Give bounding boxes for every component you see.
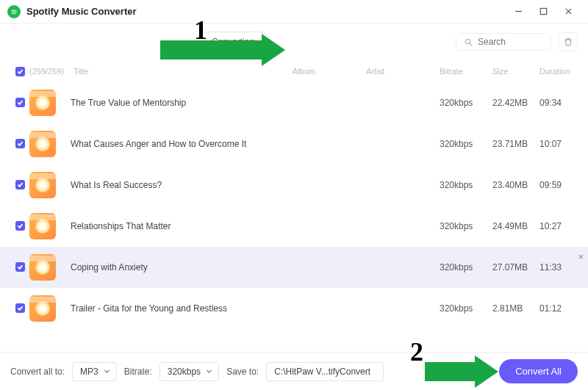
track-title: What Is Real Success? (71, 180, 440, 190)
save-path-box[interactable]: C:\HitPaw V...tifyConvert (266, 362, 384, 381)
row-checkbox[interactable] (15, 98, 25, 107)
toolbar: Converting (0, 24, 588, 60)
tab-group: Converting (196, 32, 270, 52)
table-row[interactable]: The True Value of Mentorship320kbps22.42… (0, 82, 588, 123)
row-checkbox[interactable] (15, 139, 25, 148)
album-art (29, 254, 56, 281)
format-value: MP3 (80, 366, 98, 377)
col-title: Title (74, 67, 293, 76)
track-duration: 10:27 (539, 221, 578, 231)
remove-row-button[interactable]: × (578, 251, 584, 262)
track-duration: 09:34 (539, 98, 578, 108)
album-art (29, 90, 56, 116)
row-checkbox[interactable] (15, 262, 25, 272)
album-art (29, 172, 56, 198)
maximize-button[interactable] (531, 3, 556, 21)
album-art (29, 295, 56, 322)
track-size: 23.71MB (492, 139, 539, 149)
search-box[interactable] (456, 33, 551, 51)
track-size: 22.42MB (492, 98, 539, 108)
track-size: 24.49MB (492, 221, 539, 231)
spotify-logo-icon (7, 5, 21, 18)
track-duration: 11:33 (539, 262, 578, 272)
row-checkbox[interactable] (15, 180, 25, 189)
delete-button[interactable] (559, 32, 578, 51)
titlebar: Spotify Music Converter (0, 0, 588, 24)
search-icon (464, 37, 473, 47)
track-bitrate: 320kbps (440, 303, 492, 314)
tab-converting[interactable]: Converting (196, 32, 270, 52)
col-size: Size (492, 67, 539, 76)
album-art (29, 213, 56, 239)
track-title: Coping with Anxiety (71, 262, 440, 272)
track-title: The True Value of Mentorship (71, 98, 440, 108)
table-row[interactable]: Coping with Anxiety320kbps27.07MB11:33× (0, 247, 588, 288)
svg-rect-1 (540, 8, 546, 14)
table-row[interactable]: What Causes Anger and How to Overcome It… (0, 123, 588, 165)
close-button[interactable] (556, 3, 581, 21)
track-title: What Causes Anger and How to Overcome It (71, 139, 440, 149)
col-album: Album (293, 67, 366, 76)
track-bitrate: 320kbps (440, 98, 492, 108)
save-to-label: Save to: (226, 366, 259, 377)
row-checkbox[interactable] (15, 303, 25, 313)
select-all-checkbox[interactable] (15, 67, 25, 76)
table-row[interactable]: Relationships That Matter320kbps24.49MB1… (0, 206, 588, 247)
track-bitrate: 320kbps (440, 221, 492, 231)
bitrate-value: 320kbps (168, 366, 201, 377)
app-title: Spotify Music Converter (26, 6, 506, 17)
col-artist: Artist (366, 67, 440, 76)
col-duration: Duration (539, 67, 578, 76)
track-list: The True Value of Mentorship320kbps22.42… (0, 82, 588, 341)
convert-all-to-label: Convert all to: (10, 366, 65, 377)
minimize-button[interactable] (506, 3, 531, 21)
trash-icon (563, 37, 573, 47)
convert-all-button[interactable]: Convert All (499, 359, 578, 383)
track-size: 23.40MB (492, 180, 539, 190)
track-size: 27.07MB (492, 262, 539, 272)
track-title: Relationships That Matter (71, 221, 440, 231)
table-row[interactable]: Trailer - Gita for the Young and Restles… (0, 288, 588, 329)
svg-point-4 (465, 39, 470, 44)
track-bitrate: 320kbps (440, 262, 492, 272)
search-input[interactable] (478, 37, 543, 47)
table-row[interactable]: What Is Real Success?320kbps23.40MB09:59 (0, 165, 588, 206)
svg-line-5 (470, 43, 472, 46)
track-size: 2.81MB (492, 303, 539, 314)
track-bitrate: 320kbps (440, 180, 492, 190)
track-duration: 10:07 (539, 139, 578, 149)
track-bitrate: 320kbps (440, 139, 492, 149)
selection-count: (259/259) (29, 67, 74, 76)
chevron-down-icon (206, 366, 212, 377)
track-duration: 01:12 (539, 303, 578, 314)
track-duration: 09:59 (539, 180, 578, 190)
row-checkbox[interactable] (15, 221, 25, 231)
album-art (29, 131, 56, 157)
table-header: (259/259) Title Album Artist Bitrate Siz… (0, 60, 588, 82)
format-select[interactable]: MP3 (72, 362, 117, 381)
col-bitrate: Bitrate (440, 67, 492, 76)
track-title: Trailer - Gita for the Young and Restles… (71, 303, 440, 314)
bitrate-label: Bitrate: (124, 366, 152, 377)
chevron-down-icon (104, 366, 110, 377)
bitrate-select[interactable]: 320kbps (159, 362, 219, 381)
footer-bar: Convert all to: MP3 Bitrate: 320kbps Sav… (0, 352, 588, 390)
